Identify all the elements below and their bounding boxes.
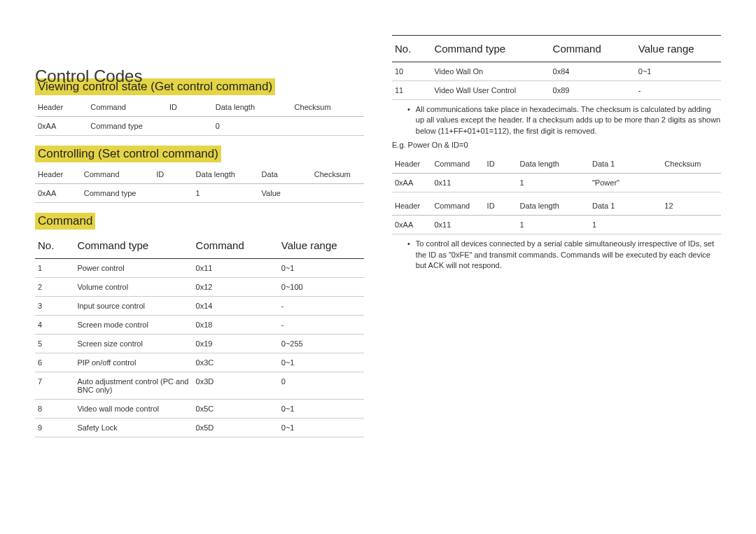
col-header: Command: [81, 165, 153, 184]
col-cmd: Command: [550, 36, 636, 62]
table-row: Header Command ID Data length Data 1 12: [392, 197, 721, 216]
cell: Input source control: [74, 297, 192, 316]
table-row: 1Power control0x110~1: [35, 259, 364, 278]
table-row: 0xAA 0x11 1 1: [392, 216, 721, 234]
col-cmd: Command: [193, 232, 279, 259]
cell: 0x84: [550, 62, 636, 81]
section-heading-command: Command: [35, 213, 95, 230]
note-text: All communications take place in hexadec…: [416, 104, 721, 136]
cell: 0x3D: [193, 372, 279, 400]
col-header: Checksum: [292, 98, 364, 117]
cell: 0x11: [431, 216, 484, 234]
col-header: Data 1: [589, 155, 662, 174]
table-row: 2Volume control0x120~100: [35, 278, 364, 297]
cell: 0x3C: [193, 353, 279, 372]
col-header: 12: [662, 197, 721, 216]
cell: [662, 216, 721, 234]
table-header-row: No. Command type Command Value range: [392, 36, 721, 62]
cell: [484, 216, 517, 234]
cell: Screen mode control: [74, 316, 192, 335]
get-command-table: Header Command ID Data length Checksum 0…: [35, 98, 364, 136]
cell: 6: [35, 353, 74, 372]
command-table-right: No. Command type Command Value range 10V…: [392, 35, 721, 100]
col-type: Command type: [74, 232, 192, 259]
table-row: 6PIP on/off control0x3C0~1: [35, 353, 364, 372]
cell: 3: [35, 297, 74, 316]
cell: Volume control: [74, 278, 192, 297]
cell: 1: [517, 216, 589, 234]
cell: [312, 184, 364, 203]
col-header: Data length: [517, 197, 589, 216]
example-label: E.g. Power On & ID=0: [392, 139, 721, 155]
cell: 0~1: [279, 400, 364, 419]
cell: Video Wall User Control: [431, 81, 550, 100]
cell: [153, 184, 192, 203]
cell: 5: [35, 335, 74, 353]
cell: 0~1: [279, 419, 364, 437]
cell: [662, 174, 721, 192]
col-type: Command type: [431, 36, 550, 62]
col-header: Data length: [193, 165, 259, 184]
cell: 0x11: [431, 174, 484, 192]
cell: Command type: [88, 117, 167, 136]
cell: 1: [193, 184, 259, 203]
cell: 8: [35, 400, 74, 419]
cell: 7: [35, 372, 74, 400]
cell: Screen size control: [74, 335, 192, 353]
page-title: Control Codes: [35, 66, 142, 86]
col-header: Data: [259, 165, 312, 184]
cell: 0~1: [636, 62, 721, 81]
col-header: ID: [484, 155, 517, 174]
col-header: Command: [88, 98, 167, 117]
col-header: Header: [35, 165, 81, 184]
col-range: Value range: [279, 232, 364, 259]
cell: 0x18: [193, 316, 279, 335]
cell: 1: [517, 174, 589, 192]
cell: 0x5D: [193, 419, 279, 437]
col-no: No.: [35, 232, 74, 259]
table-row: 0xAA 0x11 1 "Power": [392, 174, 721, 192]
cell: Power control: [74, 259, 192, 278]
col-header: Header: [35, 98, 88, 117]
cell: "Power": [589, 174, 662, 192]
cell: 0: [279, 372, 364, 400]
right-column: No. Command type Command Value range 10V…: [392, 35, 721, 437]
note-broadcast: • To control all devices connected by a …: [392, 234, 721, 274]
set-command-table: Header Command ID Data length Data Check…: [35, 165, 364, 203]
cell: [484, 174, 517, 192]
col-header: Header: [392, 197, 431, 216]
cell: Video Wall On: [431, 62, 550, 81]
bullet-icon: •: [407, 104, 410, 136]
page-columns: Viewing control state (Get control comma…: [35, 35, 721, 437]
cell: 0xAA: [392, 216, 431, 234]
cell: 0~1: [279, 353, 364, 372]
cell: -: [636, 81, 721, 100]
cell: Value: [259, 184, 312, 203]
table-row: 0xAA Command type 0: [35, 117, 364, 136]
cell: 1: [589, 216, 662, 234]
cell: 1: [35, 259, 74, 278]
note-text: To control all devices connected by a se…: [416, 239, 721, 271]
example-table-2: Header Command ID Data length Data 1 12 …: [392, 197, 721, 234]
cell: 0x14: [193, 297, 279, 316]
command-rows-right: 10Video Wall On0x840~111Video Wall User …: [392, 62, 721, 100]
cell: 0xAA: [35, 117, 88, 136]
cell: 0xAA: [35, 184, 81, 203]
table-row: Header Command ID Data length Data Check…: [35, 165, 364, 184]
cell: Auto adjustment control (PC and BNC only…: [74, 372, 192, 400]
cell: 0: [213, 117, 292, 136]
section-heading-controlling: Controlling (Set control command): [35, 146, 221, 162]
table-row: 0xAA Command type 1 Value: [35, 184, 364, 203]
table-row: 9Safety Lock0x5D0~1: [35, 419, 364, 437]
cell: 0x5C: [193, 400, 279, 419]
cell: -: [279, 316, 364, 335]
cell: 0~1: [279, 259, 364, 278]
bullet-icon: •: [407, 239, 410, 271]
table-row: Header Command ID Data length Checksum: [35, 98, 364, 117]
left-column: Viewing control state (Get control comma…: [35, 35, 364, 437]
cell: 0x19: [193, 335, 279, 353]
col-header: Data length: [517, 155, 589, 174]
command-rows-left: 1Power control0x110~12Volume control0x12…: [35, 259, 364, 437]
table-row: Header Command ID Data length Data 1 Che…: [392, 155, 721, 174]
example-table-1: Header Command ID Data length Data 1 Che…: [392, 155, 721, 192]
